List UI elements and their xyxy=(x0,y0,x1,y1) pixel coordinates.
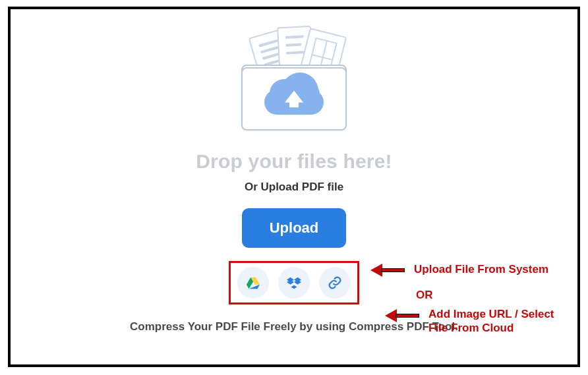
svg-marker-7 xyxy=(291,285,297,289)
upload-illustration xyxy=(235,28,353,140)
cloud-upload-icon xyxy=(264,76,324,115)
annotation-label: Upload File From System xyxy=(414,262,548,276)
cloud-sources-highlight xyxy=(229,261,359,304)
google-drive-icon xyxy=(246,275,260,290)
annotation-cloud: Add Image URL / Select File From Cloud xyxy=(386,307,554,335)
upload-button[interactable]: Upload xyxy=(242,208,347,248)
or-upload-text: Or Upload PDF file xyxy=(11,181,577,194)
drop-hint: Drop your files here! xyxy=(11,150,577,173)
arrow-left-icon xyxy=(372,264,405,277)
annotation-or: OR xyxy=(416,288,433,302)
cloud-sources-row xyxy=(237,267,351,299)
annotation-label: Add Image URL / Select File From Cloud xyxy=(428,307,554,335)
dropbox-button[interactable] xyxy=(278,267,310,299)
annotation-upload-system: Upload File From System xyxy=(372,262,548,277)
folder-icon xyxy=(241,67,347,130)
svg-marker-5 xyxy=(287,279,294,284)
google-drive-button[interactable] xyxy=(237,267,269,299)
link-icon xyxy=(328,275,342,290)
url-link-button[interactable] xyxy=(319,267,351,299)
dropbox-icon xyxy=(287,275,301,290)
app-frame: Drop your files here! Or Upload PDF file… xyxy=(8,7,580,367)
upload-panel: Drop your files here! Or Upload PDF file… xyxy=(11,28,577,375)
arrow-left-icon xyxy=(386,309,419,322)
svg-marker-6 xyxy=(294,279,301,284)
